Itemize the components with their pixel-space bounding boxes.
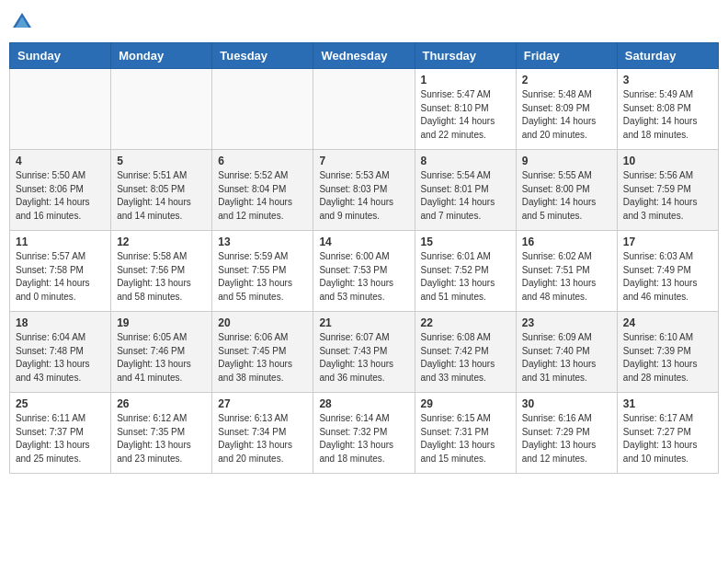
day-info: Sunrise: 6:06 AM Sunset: 7:45 PM Dayligh… [218, 331, 307, 385]
week-row-4: 18Sunrise: 6:04 AM Sunset: 7:48 PM Dayli… [10, 312, 719, 393]
day-info: Sunrise: 5:57 AM Sunset: 7:58 PM Dayligh… [16, 250, 105, 304]
day-info: Sunrise: 6:16 AM Sunset: 7:29 PM Dayligh… [522, 412, 611, 465]
day-number: 9 [522, 155, 611, 167]
day-header-friday: Friday [516, 43, 617, 69]
calendar-cell [111, 69, 212, 150]
week-row-5: 25Sunrise: 6:11 AM Sunset: 7:37 PM Dayli… [10, 393, 719, 474]
calendar-cell: 17Sunrise: 6:03 AM Sunset: 7:49 PM Dayli… [617, 231, 718, 312]
day-number: 17 [623, 236, 712, 248]
day-number: 25 [16, 397, 105, 410]
day-number: 28 [319, 397, 408, 410]
day-number: 19 [117, 316, 206, 329]
calendar-cell: 20Sunrise: 6:06 AM Sunset: 7:45 PM Dayli… [212, 312, 313, 393]
day-header-thursday: Thursday [415, 43, 516, 69]
calendar-body: 1Sunrise: 5:47 AM Sunset: 8:10 PM Daylig… [10, 69, 719, 474]
day-info: Sunrise: 6:05 AM Sunset: 7:46 PM Dayligh… [117, 331, 206, 385]
day-number: 21 [319, 316, 408, 329]
calendar-cell: 28Sunrise: 6:14 AM Sunset: 7:32 PM Dayli… [313, 393, 415, 474]
calendar-cell: 23Sunrise: 6:09 AM Sunset: 7:40 PM Dayli… [516, 312, 617, 393]
day-number: 8 [421, 155, 510, 167]
calendar-cell [212, 69, 313, 150]
day-number: 15 [421, 236, 510, 248]
calendar-cell: 14Sunrise: 6:00 AM Sunset: 7:53 PM Dayli… [313, 231, 415, 312]
day-info: Sunrise: 5:51 AM Sunset: 8:05 PM Dayligh… [117, 169, 206, 223]
calendar-cell: 9Sunrise: 5:55 AM Sunset: 8:00 PM Daylig… [516, 150, 617, 231]
day-info: Sunrise: 6:12 AM Sunset: 7:35 PM Dayligh… [117, 412, 206, 465]
calendar-cell: 2Sunrise: 5:48 AM Sunset: 8:09 PM Daylig… [516, 69, 617, 150]
day-info: Sunrise: 6:09 AM Sunset: 7:40 PM Dayligh… [522, 331, 611, 385]
calendar-cell: 22Sunrise: 6:08 AM Sunset: 7:42 PM Dayli… [415, 312, 516, 393]
day-info: Sunrise: 6:11 AM Sunset: 7:37 PM Dayligh… [16, 412, 105, 465]
day-number: 10 [623, 155, 712, 167]
day-info: Sunrise: 5:49 AM Sunset: 8:08 PM Dayligh… [623, 88, 712, 142]
day-number: 7 [319, 155, 408, 167]
calendar-cell: 1Sunrise: 5:47 AM Sunset: 8:10 PM Daylig… [415, 69, 516, 150]
calendar-header: SundayMondayTuesdayWednesdayThursdayFrid… [10, 43, 719, 69]
logo-icon [9, 9, 35, 35]
day-info: Sunrise: 5:56 AM Sunset: 7:59 PM Dayligh… [623, 169, 712, 223]
day-info: Sunrise: 6:03 AM Sunset: 7:49 PM Dayligh… [623, 250, 712, 304]
calendar-cell: 18Sunrise: 6:04 AM Sunset: 7:48 PM Dayli… [10, 312, 111, 393]
day-info: Sunrise: 6:01 AM Sunset: 7:52 PM Dayligh… [421, 250, 510, 304]
day-number: 4 [16, 155, 105, 167]
calendar-table: SundayMondayTuesdayWednesdayThursdayFrid… [9, 42, 719, 474]
calendar-cell: 3Sunrise: 5:49 AM Sunset: 8:08 PM Daylig… [617, 69, 718, 150]
day-info: Sunrise: 6:14 AM Sunset: 7:32 PM Dayligh… [319, 412, 408, 465]
day-header-sunday: Sunday [10, 43, 111, 69]
day-info: Sunrise: 6:02 AM Sunset: 7:51 PM Dayligh… [522, 250, 611, 304]
day-number: 5 [117, 155, 206, 167]
day-number: 11 [16, 236, 105, 248]
header-row: SundayMondayTuesdayWednesdayThursdayFrid… [10, 43, 719, 69]
day-number: 6 [218, 155, 307, 167]
day-number: 1 [421, 74, 510, 86]
day-number: 12 [117, 236, 206, 248]
day-info: Sunrise: 6:04 AM Sunset: 7:48 PM Dayligh… [16, 331, 105, 385]
page-header [9, 9, 719, 35]
day-number: 16 [522, 236, 611, 248]
calendar-cell: 15Sunrise: 6:01 AM Sunset: 7:52 PM Dayli… [415, 231, 516, 312]
calendar-cell: 6Sunrise: 5:52 AM Sunset: 8:04 PM Daylig… [212, 150, 313, 231]
calendar-cell: 10Sunrise: 5:56 AM Sunset: 7:59 PM Dayli… [617, 150, 718, 231]
calendar-cell: 13Sunrise: 5:59 AM Sunset: 7:55 PM Dayli… [212, 231, 313, 312]
week-row-1: 1Sunrise: 5:47 AM Sunset: 8:10 PM Daylig… [10, 69, 719, 150]
day-number: 22 [421, 316, 510, 329]
day-number: 31 [623, 397, 712, 410]
day-info: Sunrise: 5:50 AM Sunset: 8:06 PM Dayligh… [16, 169, 105, 223]
logo [9, 9, 39, 35]
calendar-cell: 4Sunrise: 5:50 AM Sunset: 8:06 PM Daylig… [10, 150, 111, 231]
day-header-monday: Monday [111, 43, 212, 69]
day-info: Sunrise: 5:55 AM Sunset: 8:00 PM Dayligh… [522, 169, 611, 223]
week-row-3: 11Sunrise: 5:57 AM Sunset: 7:58 PM Dayli… [10, 231, 719, 312]
day-info: Sunrise: 6:10 AM Sunset: 7:39 PM Dayligh… [623, 331, 712, 385]
day-number: 27 [218, 397, 307, 410]
day-header-saturday: Saturday [617, 43, 718, 69]
calendar-cell: 8Sunrise: 5:54 AM Sunset: 8:01 PM Daylig… [415, 150, 516, 231]
day-info: Sunrise: 6:00 AM Sunset: 7:53 PM Dayligh… [319, 250, 408, 304]
day-info: Sunrise: 5:47 AM Sunset: 8:10 PM Dayligh… [421, 88, 510, 142]
calendar-cell: 29Sunrise: 6:15 AM Sunset: 7:31 PM Dayli… [415, 393, 516, 474]
day-header-wednesday: Wednesday [313, 43, 415, 69]
day-number: 13 [218, 236, 307, 248]
calendar-cell [10, 69, 111, 150]
calendar-cell: 16Sunrise: 6:02 AM Sunset: 7:51 PM Dayli… [516, 231, 617, 312]
day-info: Sunrise: 5:58 AM Sunset: 7:56 PM Dayligh… [117, 250, 206, 304]
calendar-cell: 5Sunrise: 5:51 AM Sunset: 8:05 PM Daylig… [111, 150, 212, 231]
week-row-2: 4Sunrise: 5:50 AM Sunset: 8:06 PM Daylig… [10, 150, 719, 231]
day-info: Sunrise: 6:08 AM Sunset: 7:42 PM Dayligh… [421, 331, 510, 385]
day-info: Sunrise: 5:59 AM Sunset: 7:55 PM Dayligh… [218, 250, 307, 304]
calendar-cell: 19Sunrise: 6:05 AM Sunset: 7:46 PM Dayli… [111, 312, 212, 393]
day-number: 14 [319, 236, 408, 248]
day-number: 24 [623, 316, 712, 329]
day-number: 20 [218, 316, 307, 329]
day-info: Sunrise: 5:54 AM Sunset: 8:01 PM Dayligh… [421, 169, 510, 223]
calendar-cell: 12Sunrise: 5:58 AM Sunset: 7:56 PM Dayli… [111, 231, 212, 312]
day-info: Sunrise: 6:17 AM Sunset: 7:27 PM Dayligh… [623, 412, 712, 465]
calendar-cell: 21Sunrise: 6:07 AM Sunset: 7:43 PM Dayli… [313, 312, 415, 393]
calendar-cell: 24Sunrise: 6:10 AM Sunset: 7:39 PM Dayli… [617, 312, 718, 393]
calendar-cell: 25Sunrise: 6:11 AM Sunset: 7:37 PM Dayli… [10, 393, 111, 474]
day-number: 3 [623, 74, 712, 86]
calendar-cell: 27Sunrise: 6:13 AM Sunset: 7:34 PM Dayli… [212, 393, 313, 474]
day-number: 29 [421, 397, 510, 410]
day-number: 30 [522, 397, 611, 410]
day-info: Sunrise: 6:13 AM Sunset: 7:34 PM Dayligh… [218, 412, 307, 465]
